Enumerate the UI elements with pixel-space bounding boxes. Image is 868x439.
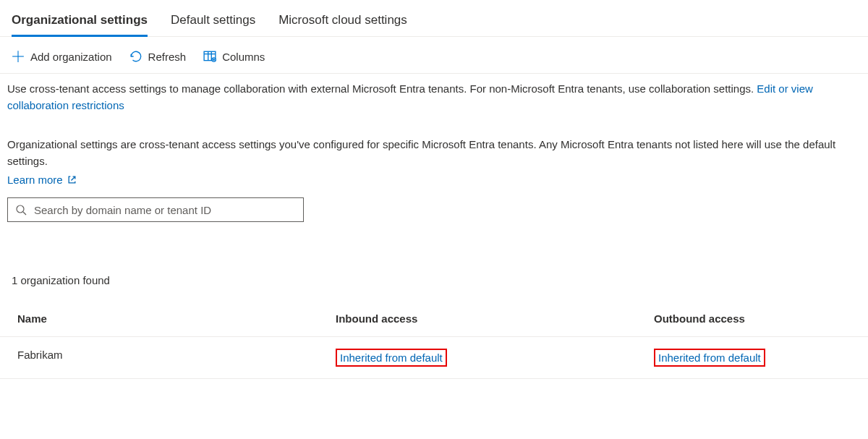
tab-default-settings[interactable]: Default settings: [171, 7, 255, 36]
description-block-1: Use cross-tenant access settings to mana…: [0, 74, 868, 114]
learn-more-link[interactable]: Learn more: [0, 169, 84, 186]
inbound-access-link[interactable]: Inherited from default: [336, 349, 447, 367]
learn-more-label: Learn more: [7, 174, 63, 186]
search-container: [0, 186, 868, 229]
external-link-icon: [67, 175, 77, 184]
columns-icon: [203, 50, 216, 63]
description-block-2: Organizational settings are cross-tenant…: [0, 129, 868, 169]
add-organization-button[interactable]: Add organization: [12, 50, 112, 63]
organizations-table: Name Inbound access Outbound access Fabr…: [0, 301, 868, 379]
table-header-row: Name Inbound access Outbound access: [0, 301, 868, 337]
columns-label: Columns: [222, 51, 265, 63]
column-header-inbound[interactable]: Inbound access: [336, 312, 654, 325]
refresh-label: Refresh: [148, 51, 187, 63]
refresh-icon: [129, 50, 142, 63]
refresh-button[interactable]: Refresh: [129, 50, 187, 63]
svg-line-11: [23, 212, 26, 215]
plus-icon: [12, 50, 25, 63]
toolbar: Add organization Refresh Columns: [0, 37, 868, 74]
search-input[interactable]: [34, 204, 296, 216]
description-text-1: Use cross-tenant access settings to mana…: [7, 82, 757, 95]
column-header-outbound[interactable]: Outbound access: [654, 312, 851, 325]
description-text-2: Organizational settings are cross-tenant…: [7, 138, 835, 167]
svg-point-10: [17, 205, 24, 213]
search-box[interactable]: [7, 197, 304, 222]
tab-microsoft-cloud-settings[interactable]: Microsoft cloud settings: [278, 7, 407, 36]
columns-button[interactable]: Columns: [203, 50, 265, 63]
column-header-name[interactable]: Name: [17, 312, 336, 325]
tab-organizational-settings[interactable]: Organizational settings: [12, 7, 148, 36]
outbound-access-link[interactable]: Inherited from default: [654, 349, 765, 367]
tabs-bar: Organizational settings Default settings…: [0, 0, 868, 37]
results-count: 1 organization found: [0, 229, 868, 301]
search-icon: [15, 204, 27, 216]
add-organization-label: Add organization: [30, 51, 112, 63]
table-row: Fabrikam Inherited from default Inherite…: [0, 337, 868, 379]
svg-line-9: [71, 176, 75, 180]
cell-org-name: Fabrikam: [17, 349, 336, 367]
